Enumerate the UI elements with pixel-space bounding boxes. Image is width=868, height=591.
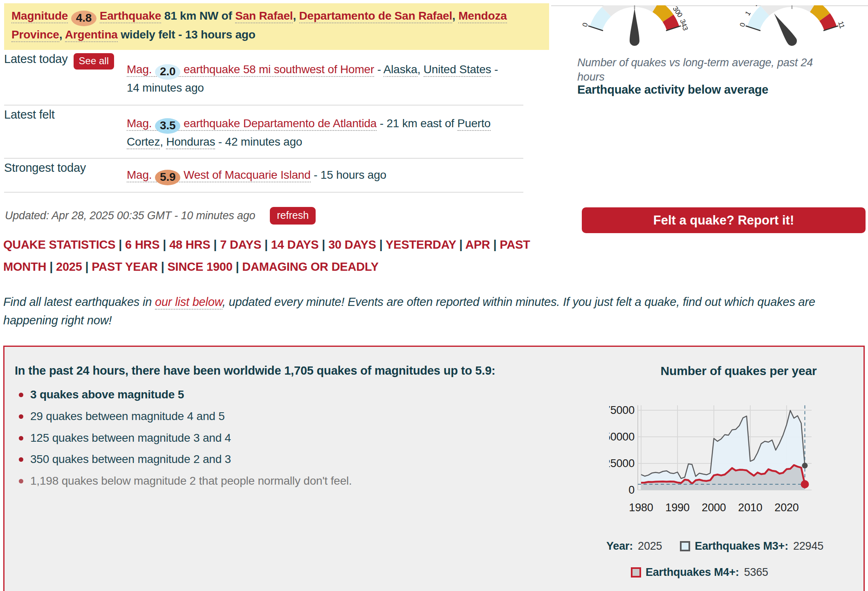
gauge-band-segment [760,5,817,16]
row-quake-link[interactable]: Mag. 2.0 earthquake 58 mi southwest of H… [127,63,374,77]
row-label-area: Latest felt [4,106,127,158]
banner-text: , [59,28,65,41]
refresh-button[interactable]: refresh [270,207,316,225]
row-label: Latest today [4,52,68,66]
row-text: - [374,63,384,76]
y-tick-label: 50000 [609,431,635,443]
row-label: Latest felt [4,108,55,121]
nav-separator: | [261,238,271,251]
stats-nav-link[interactable]: 6 HRS [125,238,159,251]
banner-link[interactable]: Magnitude [11,9,68,23]
stats-nav-link[interactable]: YESTERDAY [386,238,456,251]
legend-m3-swatch[interactable] [680,541,690,551]
quakes-per-year-chart[interactable]: 025000500007500019801990200020102020 [609,390,868,533]
m3-endpoint-dot [802,463,808,468]
row-text: - 21 km east of [377,117,457,130]
nav-separator: | [211,238,220,251]
stats-nav-link[interactable]: QUAKE STATISTICS [3,238,115,251]
m4-endpoint-dot [801,480,809,488]
chart-legend-row-1: Year: 2025 Earthquakes M3+: 22945 [606,540,823,553]
gauge-band-segment [602,5,659,16]
row-quake-title: earthquake Departamento de Atlantida [180,117,377,130]
banner-link[interactable]: Earthquake [100,9,161,23]
nav-separator: | [376,238,386,251]
earthquake-overview-page: Magnitude 4.8 Earthquake 81 km NW of San… [0,0,868,591]
stats-nav-link[interactable]: PAST YEAR [92,260,158,273]
nav-separator: | [490,238,500,251]
chart-title: Number of quakes per year [609,364,868,378]
quake-statistics-nav: QUAKE STATISTICS | 6 HRS | 48 HRS | 7 DA… [3,234,539,278]
intro-paragraph: Find all latest earthquakes in our list … [3,293,865,330]
magnitude-breakdown-list: 3 quakes above magnitude 529 quakes betw… [15,389,352,497]
row-quake-link[interactable]: Mag. 3.5 earthquake Departamento de Atla… [127,117,377,131]
gauge-needle [630,8,639,46]
list-item: Latest todaySee allMag. 2.0 earthquake 5… [4,50,523,106]
legend-year-label: Year: [606,540,633,553]
nav-separator: | [158,260,168,273]
legend-m4-swatch[interactable] [631,567,641,578]
row-magnitude-badge: 5.9 [155,170,180,185]
stats-nav-link[interactable]: 7 DAYS [220,238,261,251]
stats-nav-link[interactable]: 14 DAYS [271,238,319,251]
row-text: - 42 minutes ago [215,135,302,148]
row-magnitude-badge: 3.5 [155,118,180,134]
gauge-tick-label: 1 [744,10,752,17]
legend-m3-value: 22945 [793,540,823,553]
stats-nav-link[interactable]: 2025 [56,260,82,273]
magnitude-breakdown-item: 1,198 quakes below magnitude 2 that peop… [15,475,352,488]
x-tick-label: 2020 [774,501,798,514]
row-place-link[interactable]: Alaska [384,63,417,77]
banner-text: , [452,9,458,22]
legend-m4-label: Earthquakes M4+: [646,566,739,579]
banner-link[interactable]: San Rafael [235,9,293,23]
row-quake-title: West of Macquarie Island [180,169,310,181]
row-text: , [160,135,166,148]
banner-text: 81 km NW of [161,9,235,22]
stats-nav-link[interactable]: 30 DAYS [328,238,376,251]
banner-text: widely felt - 13 hours ago [118,28,256,41]
row-text: , [417,63,424,76]
latest-quakes-table: Latest todaySee allMag. 2.0 earthquake 5… [4,50,523,193]
featured-quake-banner: Magnitude 4.8 Earthquake 81 km NW of San… [4,3,549,50]
y-tick-label: 75000 [609,404,635,416]
row-label-area: Strongest today [4,159,127,192]
x-tick-label: 2010 [738,501,762,514]
x-tick-label: 1990 [665,501,689,514]
list-item: Strongest todayMag. 5.9 West of Macquari… [4,159,523,193]
report-quake-button[interactable]: Felt a quake? Report it! [582,207,866,233]
row-quake-link[interactable]: Mag. 5.9 West of Macquarie Island [127,169,311,182]
x-tick-label: 2000 [702,501,726,514]
nav-separator: | [160,238,170,251]
banner-link[interactable]: Departamento de San Rafael [299,9,452,23]
banner-text [96,9,100,22]
banner-magnitude-badge: 4.8 [71,11,96,26]
magnitude-breakdown-item: 29 quakes between magnitude 4 and 5 [15,410,352,423]
row-mag-prefix: Mag. [127,63,155,76]
nav-separator: | [82,260,92,273]
row-content: Mag. 3.5 earthquake Departamento de Atla… [127,106,507,158]
see-all-button[interactable]: See all [74,53,114,70]
chart-svg: 025000500007500019801990200020102020 [609,390,868,533]
stats-nav-link[interactable]: DAMAGING OR DEADLY [242,260,379,273]
stats-nav-link[interactable]: 48 HRS [169,238,210,251]
row-content: Mag. 2.0 earthquake 58 mi southwest of H… [127,50,507,105]
y-tick-label: 0 [628,484,635,496]
updated-row: Updated: Apr 28, 2025 00:35 GMT - 10 min… [5,207,316,225]
row-text: - 15 hours ago [311,169,386,181]
nav-separator: | [319,238,329,251]
row-place-link[interactable]: Honduras [166,135,215,149]
x-tick-label: 1980 [629,501,653,514]
intro-link[interactable]: our list below [155,295,222,310]
banner-link[interactable]: Argentina [65,28,118,42]
chart-legend-row-2: Earthquakes M4+: 5365 [631,566,768,579]
legend-year-value: 2025 [638,540,662,553]
gauge-caption: Number of quakes vs long-term average, p… [577,56,835,84]
gauge-tick-label: 11 [837,20,846,29]
stats-nav-link[interactable]: SINCE 1900 [167,260,232,273]
stats-nav-link[interactable]: APR [465,238,490,251]
legend-m4-value: 5365 [744,566,768,579]
magnitude-breakdown-item: 125 quakes between magnitude 3 and 4 [15,432,352,445]
row-place-link[interactable]: United States [424,63,491,77]
nav-separator: | [233,260,242,273]
gauge-tick-label: 0 [581,22,590,28]
